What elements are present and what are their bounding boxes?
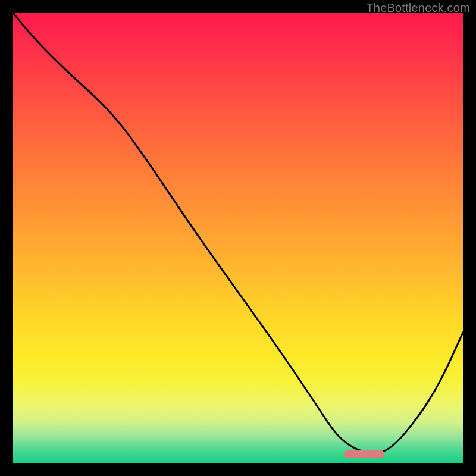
bottleneck-curve-path xyxy=(13,13,463,453)
chart-frame: TheBottleneck.com xyxy=(0,0,476,476)
plot-area xyxy=(13,13,463,463)
curve-svg xyxy=(13,13,463,463)
optimal-marker xyxy=(344,450,384,458)
